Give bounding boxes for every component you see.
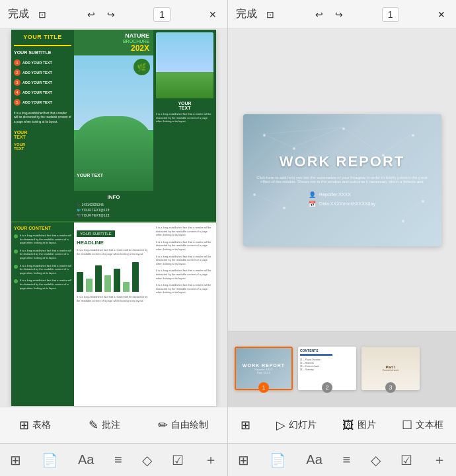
green-dot-3 [14, 265, 18, 269]
right-undo-icon[interactable]: ↩ [313, 7, 326, 22]
badge-3: 3 [14, 79, 20, 86]
grid-icon-left[interactable]: ⊞ [10, 452, 21, 468]
slide-date: 📅 Data:XXXXmonthXXXXday [309, 201, 375, 207]
check-icon-left[interactable]: ☑ [172, 452, 184, 468]
brochure-mid-col: NATURE BROCHURE 202X YOUR TEXT 🌿 [74, 30, 153, 221]
brochure-left-col: YOUR TITLE YOUR SUBTITLE 1 ADD YOUR TEXT… [11, 30, 74, 221]
comment-label: 批注 [102, 419, 120, 431]
list-item-1: 1 ADD YOUR TEXT [14, 59, 71, 66]
brochure-document[interactable]: YOUR TITLE YOUR SUBTITLE 1 ADD YOUR TEXT… [11, 30, 216, 406]
right-done-button[interactable]: 完成 [236, 7, 257, 21]
doc-icon-right[interactable]: 📄 [270, 452, 286, 468]
green-dot-1 [14, 234, 18, 238]
item-text-3: ADD YOUR TEXT [22, 81, 52, 85]
your-content-label: YOUR CONTENT [14, 226, 71, 230]
thumb2-item-1: 01 — Project Overview [300, 358, 354, 361]
add-icon-right[interactable]: ＋ [433, 451, 446, 469]
left-done-button[interactable]: 完成 [8, 7, 29, 21]
work-report-slide[interactable]: WORK REPORT Click here to add help you t… [243, 114, 441, 246]
brochure-label: BROCHURE [78, 39, 149, 44]
headline-text: HEADLINE [77, 240, 151, 246]
draw-tool[interactable]: ✏ 自由绘制 [158, 418, 208, 432]
grid-icon-right-bar[interactable]: ⊞ [238, 452, 249, 468]
slide-tool[interactable]: ▷ 幻灯片 [276, 418, 317, 432]
bar-6 [123, 282, 130, 292]
left-panel: 完成 ⊡ ↩ ↪ 1 ✕ YOUR TITLE YOUR SUBTITLE 1 [0, 0, 228, 476]
shape-icon-right[interactable]: ◇ [371, 452, 381, 468]
your-text-bottom-left: YOURTEXT [14, 130, 71, 139]
bar-7 [132, 262, 139, 292]
green-dot-4 [14, 279, 18, 283]
left-undo-icon[interactable]: ↩ [85, 7, 98, 22]
left-canvas: YOUR TITLE YOUR SUBTITLE 1 ADD YOUR TEXT… [0, 29, 227, 407]
textbox-tool[interactable]: ☐ 文本框 [402, 418, 443, 432]
your-text-overlay: YOUR TEXT [77, 173, 103, 178]
mid-body-text-2: It is a long-established fact that a rea… [77, 295, 151, 302]
table-icon: ⊞ [19, 418, 29, 432]
image-tool[interactable]: 🖼 图片 [342, 419, 376, 432]
brochure-top: YOUR TITLE YOUR SUBTITLE 1 ADD YOUR TEXT… [11, 30, 216, 221]
bottom-text-2: It is a long-established fact that a rea… [20, 249, 71, 260]
shape-icon-left[interactable]: ◇ [142, 452, 152, 468]
text-icon-left[interactable]: Aa [78, 452, 94, 467]
right-body-text: It is a long-established fact that a rea… [156, 112, 213, 123]
nature-year: 202X [78, 44, 149, 53]
bottom-text-1: It is a long-established fact that a rea… [20, 234, 71, 245]
list-icon-left[interactable]: ≡ [114, 452, 122, 467]
textbox-icon: ☐ [402, 418, 412, 432]
right-icon-bar: ⊞ 📄 Aa ≡ ◇ ☑ ＋ [228, 443, 456, 476]
left-bottom-toolbar: ⊞ 表格 ✎ 批注 ✏ 自由绘制 [0, 407, 227, 443]
date-text: Data:XXXXmonthXXXXday [319, 201, 375, 206]
left-icon-bar: ⊞ 📄 Aa ≡ ◇ ☑ ＋ [0, 443, 227, 476]
item-text-4: ADD YOUR TEXT [22, 90, 52, 94]
right-page-number[interactable]: 1 [382, 7, 399, 22]
slide-meta: 👤 Reporter:XXXX 📅 Data:XXXXmonthXXXXday [309, 191, 375, 207]
right-save-icon[interactable]: ⊡ [264, 7, 277, 22]
bar-4 [104, 275, 111, 292]
right-canvas: WORK REPORT Click here to add help you t… [228, 29, 456, 331]
bottom-item-1: It is a long-established fact that a rea… [14, 234, 71, 245]
badge-1: 1 [14, 59, 20, 66]
left-save-icon[interactable]: ⊡ [36, 7, 49, 22]
your-subtitle-badge: YOUR SUBTITLE [77, 230, 115, 237]
doc-icon-left[interactable]: 📄 [42, 452, 58, 468]
draw-icon: ✏ [158, 418, 168, 432]
thumb2-item-3: 03 — Content of work [300, 365, 354, 368]
thumb3-subtitle: Content of work [383, 369, 399, 372]
check-icon-right[interactable]: ☑ [400, 452, 412, 468]
list-item-3: 3 ADD YOUR TEXT [14, 79, 71, 86]
left-close-icon[interactable]: ✕ [206, 7, 219, 22]
info-section: INFO 📞 143142325245 🐦 YOUR TEXT@123: 📷 Y… [74, 191, 153, 221]
reporter-text: Reporter:XXXX [319, 192, 351, 197]
comment-tool[interactable]: ✎ 批注 [89, 418, 120, 432]
table-tool[interactable]: ⊞ 表格 [19, 418, 51, 432]
calendar-icon: 📅 [309, 201, 316, 207]
slide-label: 幻灯片 [289, 419, 317, 431]
list-icon-right[interactable]: ≡ [342, 452, 350, 467]
thumbnail-1[interactable]: WORK REPORT Reporter XXXX Date XXXX 1 [235, 347, 293, 391]
bottom-item-4: It is a long-established fact that a rea… [14, 279, 71, 290]
left-redo-icon[interactable]: ↪ [104, 7, 118, 22]
add-icon-left[interactable]: ＋ [204, 451, 217, 469]
nature-header: NATURE BROCHURE 202X [74, 30, 153, 55]
thumb2-line [300, 354, 332, 356]
right-body-text-3: It is a long-established fact that a rea… [156, 255, 213, 266]
textbox-label: 文本框 [416, 419, 443, 431]
badge-2: 2 [14, 69, 20, 76]
comment-icon: ✎ [89, 418, 98, 432]
slide-title: WORK REPORT [280, 153, 404, 170]
thumbnail-3[interactable]: Part I Content of work 3 [361, 347, 420, 391]
list-item-2: 2 ADD YOUR TEXT [14, 69, 71, 76]
right-body-text-5: It is a long-established fact that a rea… [156, 283, 213, 294]
right-close-icon[interactable]: ✕ [435, 7, 448, 22]
bar-chart [77, 259, 151, 292]
thumb2-item-4: 04 — Summary [300, 368, 354, 371]
instagram-item: 📷 YOUR TEXT@123: [77, 213, 151, 217]
grid-tool-right[interactable]: ⊞ [241, 418, 250, 432]
right-body-text-2: It is a long-established fact that a rea… [156, 240, 213, 252]
draw-label: 自由绘制 [171, 419, 208, 431]
right-redo-icon[interactable]: ↪ [332, 7, 346, 22]
left-page-number[interactable]: 1 [153, 7, 171, 22]
text-icon-right[interactable]: Aa [306, 452, 322, 467]
thumbnail-2[interactable]: CONTENTS 01 — Project Overview 02 — Rese… [298, 347, 356, 391]
